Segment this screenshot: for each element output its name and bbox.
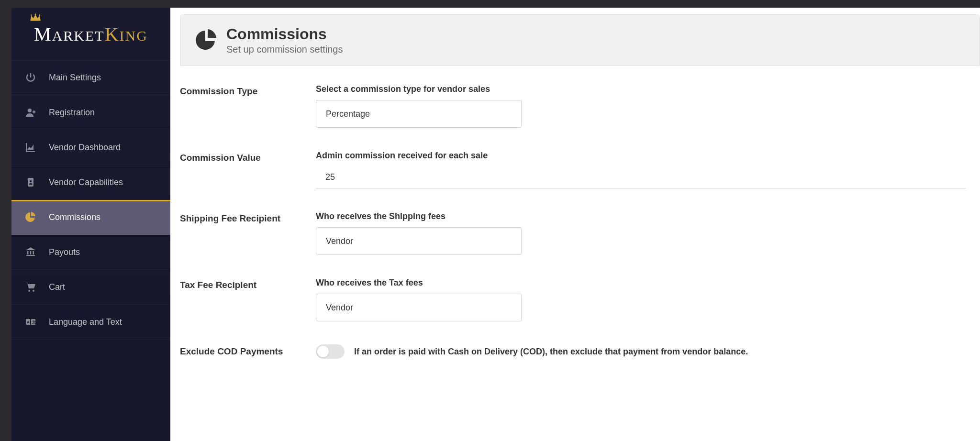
label-shipping-fee: Shipping Fee Recipient xyxy=(180,211,316,224)
svg-text:文: 文 xyxy=(32,320,36,324)
sidebar-item-label: Vendor Dashboard xyxy=(49,143,121,153)
pie-chart-icon xyxy=(25,211,36,223)
svg-rect-6 xyxy=(26,255,35,256)
sidebar-nav: Main Settings Registration Vendor Dashbo… xyxy=(11,60,170,340)
svg-point-2 xyxy=(39,14,40,16)
sidebar-item-label: Main Settings xyxy=(49,73,101,83)
select-value: Vendor xyxy=(326,303,353,313)
content: Commissions Set up commission settings C… xyxy=(170,8,980,441)
brand-logo: MARKETKING xyxy=(34,23,148,45)
sidebar-item-label: Cart xyxy=(49,282,65,292)
sidebar-item-label: Registration xyxy=(49,108,95,118)
select-tax-fee[interactable]: Vendor xyxy=(316,294,522,321)
help-tax-fee: Who receives the Tax fees xyxy=(316,278,966,288)
select-commission-type[interactable]: Percentage xyxy=(316,100,522,128)
svg-rect-9 xyxy=(33,251,34,254)
user-plus-icon xyxy=(25,107,36,118)
page-subtitle: Set up commission settings xyxy=(226,44,343,55)
svg-point-1 xyxy=(35,14,36,15)
sidebar-item-vendor-capabilities[interactable]: Vendor Capabilities xyxy=(11,165,170,200)
sidebar-item-cart[interactable]: Cart xyxy=(11,270,170,305)
power-icon xyxy=(25,72,36,83)
crown-icon xyxy=(29,13,42,24)
sidebar-item-commissions[interactable]: Commissions xyxy=(11,200,170,235)
svg-point-5 xyxy=(30,180,32,182)
row-tax-fee: Tax Fee Recipient Who receives the Tax f… xyxy=(180,278,966,321)
sidebar-item-label: Language and Text xyxy=(49,317,122,327)
row-commission-value: Commission Value Admin commission receiv… xyxy=(180,151,966,188)
sidebar-item-payouts[interactable]: Payouts xyxy=(11,235,170,270)
help-commission-value: Admin commission received for each sale xyxy=(316,151,966,161)
page-header: Commissions Set up commission settings xyxy=(180,14,980,66)
row-exclude-cod: Exclude COD Payments If an order is paid… xyxy=(180,344,966,359)
desc-exclude-cod: If an order is paid with Cash on Deliver… xyxy=(354,347,748,357)
sidebar-item-main-settings[interactable]: Main Settings xyxy=(11,60,170,95)
label-commission-type: Commission Type xyxy=(180,84,316,97)
sidebar-item-label: Commissions xyxy=(49,212,100,222)
toggle-knob xyxy=(317,346,329,357)
svg-text:A: A xyxy=(27,320,30,324)
input-commission-value[interactable] xyxy=(316,166,966,188)
sidebar-item-language[interactable]: A文 Language and Text xyxy=(11,305,170,340)
cart-icon xyxy=(25,281,36,293)
chart-area-icon xyxy=(25,142,36,153)
svg-rect-8 xyxy=(30,251,32,254)
id-badge-icon xyxy=(25,176,36,188)
toggle-exclude-cod[interactable] xyxy=(316,344,345,359)
svg-point-11 xyxy=(33,290,34,292)
help-shipping-fee: Who receives the Shipping fees xyxy=(316,211,966,221)
select-value: Percentage xyxy=(326,109,370,119)
svg-rect-7 xyxy=(27,251,29,254)
select-shipping-fee[interactable]: Vendor xyxy=(316,227,522,255)
row-commission-type: Commission Type Select a commission type… xyxy=(180,84,966,128)
pie-chart-icon xyxy=(195,29,218,52)
label-commission-value: Commission Value xyxy=(180,151,316,163)
svg-point-3 xyxy=(28,109,32,112)
logo-area: MARKETKING xyxy=(11,8,170,60)
select-value: Vendor xyxy=(326,236,353,246)
svg-point-10 xyxy=(28,290,30,292)
sidebar-item-label: Vendor Capabilities xyxy=(49,177,123,187)
sidebar-item-registration[interactable]: Registration xyxy=(11,95,170,130)
bank-icon xyxy=(25,246,36,258)
settings-form: Commission Type Select a commission type… xyxy=(170,66,980,441)
label-exclude-cod: Exclude COD Payments xyxy=(180,344,316,357)
sidebar-item-vendor-dashboard[interactable]: Vendor Dashboard xyxy=(11,130,170,165)
sidebar-item-label: Payouts xyxy=(49,247,80,257)
language-icon: A文 xyxy=(25,316,36,328)
svg-point-0 xyxy=(31,14,32,16)
help-commission-type: Select a commission type for vendor sale… xyxy=(316,84,966,94)
page-title: Commissions xyxy=(226,25,343,43)
row-shipping-fee: Shipping Fee Recipient Who receives the … xyxy=(180,211,966,255)
label-tax-fee: Tax Fee Recipient xyxy=(180,278,316,290)
brand-text: MARKETKING xyxy=(34,23,148,45)
page-header-text: Commissions Set up commission settings xyxy=(226,25,343,55)
app-root: MARKETKING Main Settings Registration xyxy=(0,0,980,441)
sidebar: MARKETKING Main Settings Registration xyxy=(11,8,170,441)
